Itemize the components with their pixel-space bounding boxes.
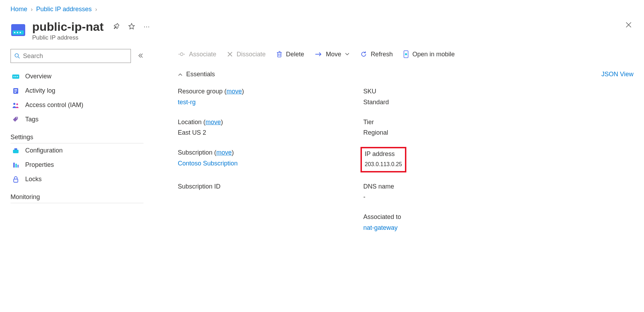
- chevron-right-icon: ›: [95, 6, 97, 13]
- location-value: East US 2: [178, 128, 353, 138]
- svg-rect-21: [15, 164, 17, 168]
- subscription-label: Subscription (move): [178, 148, 353, 158]
- ip-address-highlight: IP address 203.0.113.0.25: [360, 147, 406, 172]
- sidebar-item-activity-log[interactable]: Activity log: [10, 84, 144, 98]
- ip-address-label: IP address: [365, 149, 402, 159]
- associated-to-label: Associated to: [363, 212, 634, 222]
- subscription-id-label: Subscription ID: [178, 182, 353, 192]
- breadcrumb-home[interactable]: Home: [10, 6, 27, 13]
- resource-group-value[interactable]: test-rg: [178, 97, 353, 107]
- move-button[interactable]: Move: [315, 51, 350, 58]
- dissociate-button: Dissociate: [227, 51, 266, 58]
- sidebar-item-tags[interactable]: Tags: [10, 112, 144, 127]
- tier-value: Regional: [363, 128, 634, 138]
- config-icon: [12, 148, 19, 154]
- move-subscription-link[interactable]: move: [216, 149, 232, 156]
- resource-group-label: Resource group (move): [178, 86, 353, 97]
- more-icon[interactable]: ⋯: [144, 23, 150, 31]
- locks-icon: [13, 176, 19, 183]
- svg-point-26: [405, 53, 407, 55]
- sidebar-section-monitoring: Monitoring: [10, 191, 144, 203]
- svg-rect-20: [13, 163, 15, 168]
- toolbar-label: Open in mobile: [412, 51, 455, 58]
- toolbar-label: Move: [326, 51, 341, 58]
- toolbar-label: Delete: [286, 51, 304, 58]
- json-view-link[interactable]: JSON View: [601, 71, 634, 78]
- svg-rect-12: [14, 89, 17, 90]
- collapse-sidebar-icon[interactable]: [137, 52, 144, 60]
- svg-rect-14: [14, 92, 16, 93]
- ip-icon: [12, 73, 20, 80]
- svg-rect-18: [13, 150, 19, 153]
- breadcrumb: Home › Public IP addresses ›: [10, 6, 634, 13]
- pin-icon[interactable]: [113, 23, 120, 31]
- star-icon[interactable]: [128, 23, 135, 31]
- sidebar-item-locks[interactable]: Locks: [10, 172, 144, 186]
- sidebar-label: Properties: [25, 161, 54, 169]
- sidebar-item-overview[interactable]: Overview: [10, 69, 144, 84]
- sidebar-item-configuration[interactable]: Configuration: [10, 143, 144, 158]
- log-icon: [12, 87, 19, 94]
- svg-rect-22: [18, 165, 19, 168]
- sku-value: Standard: [363, 97, 634, 107]
- properties-icon: [12, 162, 19, 169]
- svg-point-16: [16, 103, 18, 105]
- subscription-value[interactable]: Contoso Subscription: [178, 158, 353, 169]
- move-location-link[interactable]: move: [205, 119, 221, 126]
- breadcrumb-parent[interactable]: Public IP addresses: [36, 6, 92, 13]
- sidebar-label: Overview: [25, 73, 51, 80]
- mobile-icon: [403, 50, 409, 58]
- content-pane: Associate Dissociate Delete Move: [150, 49, 634, 233]
- svg-point-17: [16, 117, 18, 118]
- svg-rect-19: [14, 148, 17, 150]
- arrow-right-icon: [315, 51, 322, 57]
- essentials-grid: Resource group (move) test-rg SKU Standa…: [178, 86, 634, 233]
- tags-icon: [12, 116, 19, 123]
- svg-point-10: [17, 76, 18, 77]
- move-resource-group-link[interactable]: move: [226, 88, 242, 95]
- svg-point-15: [13, 103, 15, 105]
- ip-address-value: 203.0.113.0.25: [365, 160, 402, 169]
- search-icon: [14, 53, 20, 59]
- associated-to-value[interactable]: nat-gateway: [363, 223, 634, 233]
- svg-rect-13: [14, 91, 17, 91]
- refresh-button[interactable]: Refresh: [360, 51, 393, 58]
- close-icon[interactable]: [624, 20, 634, 32]
- sidebar: Overview Activity log Access control (IA…: [10, 49, 150, 233]
- location-label: Location (move): [178, 117, 353, 127]
- toolbar-label: Refresh: [371, 51, 393, 58]
- svg-rect-23: [14, 179, 18, 182]
- sidebar-search[interactable]: [10, 49, 131, 63]
- toolbar-label: Associate: [189, 51, 216, 58]
- public-ip-icon: [10, 22, 26, 37]
- link-icon: [178, 51, 186, 57]
- delete-button[interactable]: Delete: [276, 51, 304, 58]
- svg-line-6: [18, 57, 20, 58]
- open-in-mobile-button[interactable]: Open in mobile: [403, 50, 455, 58]
- svg-point-3: [17, 32, 18, 33]
- chevron-right-icon: ›: [31, 6, 33, 13]
- tier-label: Tier: [363, 117, 634, 127]
- refresh-icon: [360, 51, 367, 58]
- search-input[interactable]: [23, 52, 127, 60]
- sidebar-section-settings: Settings: [10, 132, 144, 143]
- chevron-down-icon: [345, 52, 350, 56]
- toolbar-label: Dissociate: [237, 51, 266, 58]
- sidebar-item-iam[interactable]: Access control (IAM): [10, 98, 144, 112]
- command-bar: Associate Dissociate Delete Move: [178, 50, 634, 58]
- svg-point-4: [20, 32, 21, 33]
- svg-point-2: [14, 32, 15, 33]
- page-title: public-ip-nat: [32, 20, 104, 34]
- essentials-toggle[interactable]: Essentials: [178, 71, 215, 78]
- sidebar-label: Configuration: [25, 147, 63, 154]
- page-subtitle: Public IP address: [32, 34, 150, 41]
- sidebar-item-properties[interactable]: Properties: [10, 158, 144, 172]
- svg-rect-24: [278, 52, 281, 57]
- essentials-label: Essentials: [186, 71, 215, 78]
- x-icon: [227, 51, 233, 57]
- iam-icon: [12, 102, 20, 109]
- svg-point-5: [15, 54, 19, 57]
- svg-point-8: [14, 76, 15, 77]
- svg-point-9: [15, 76, 16, 77]
- trash-icon: [276, 51, 282, 58]
